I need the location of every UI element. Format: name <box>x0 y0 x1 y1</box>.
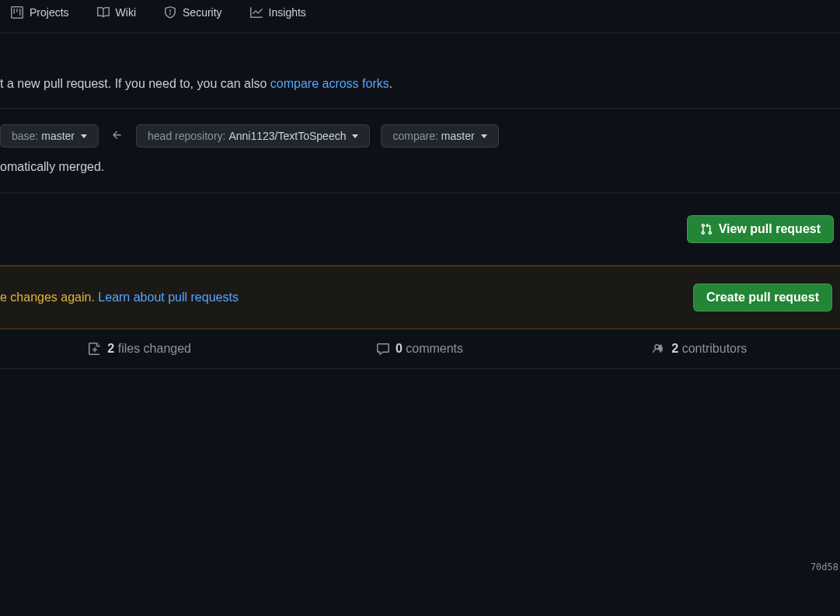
intro-prefix: t a new pull request. If you need to, yo… <box>0 77 270 90</box>
create-pr-label: Create pull request <box>706 291 819 305</box>
shield-icon <box>164 6 176 19</box>
stat-files-changed[interactable]: 2 files changed <box>0 342 280 356</box>
range-row: base: master head repository: Anni1123/T… <box>0 124 840 160</box>
repo-tabnav: Projects Wiki Security Insights <box>0 0 840 33</box>
arrow-left-icon <box>110 129 125 144</box>
graph-icon <box>250 6 263 19</box>
merge-status-text: omatically merged. <box>0 160 840 186</box>
stats-row: 2 files changed 0 comments 2 contributor… <box>0 329 840 369</box>
flash-bar: e changes again. Learn about pull reques… <box>0 266 840 329</box>
head-repo-value: Anni1123/TextToSpeech <box>228 130 346 142</box>
view-pr-row: View pull request <box>0 193 840 266</box>
stat-comments[interactable]: 0 comments <box>280 342 559 356</box>
commit-sha-short[interactable]: 70d58 <box>810 562 838 572</box>
contrib-label: contributors <box>682 342 748 355</box>
comment-icon <box>377 343 389 355</box>
stat-contributors[interactable]: 2 contributors <box>560 342 840 356</box>
comments-count: 0 <box>396 342 403 355</box>
file-diff-icon <box>89 343 101 355</box>
view-pr-label: View pull request <box>719 222 821 236</box>
base-value: master <box>41 130 75 142</box>
view-pull-request-button[interactable]: View pull request <box>687 215 834 243</box>
range-editor: base: master head repository: Anni1123/T… <box>0 109 840 193</box>
compare-label: compare: <box>392 130 437 142</box>
intro-suffix: . <box>389 77 392 90</box>
base-label: base: <box>12 130 38 142</box>
comments-label: comments <box>406 342 463 355</box>
learn-pull-requests-link[interactable]: Learn about pull requests <box>98 291 239 304</box>
head-repo-label: head repository: <box>148 130 225 142</box>
people-icon <box>653 343 665 355</box>
compare-value: master <box>441 130 475 142</box>
compare-across-forks-link[interactable]: compare across forks <box>270 77 389 90</box>
caret-down-icon <box>481 134 487 138</box>
files-count: 2 <box>107 342 114 355</box>
base-branch-select[interactable]: base: master <box>0 124 99 148</box>
book-icon <box>97 6 110 19</box>
tab-projects[interactable]: Projects <box>0 0 80 25</box>
head-repo-select[interactable]: head repository: Anni1123/TextToSpeech <box>136 124 370 148</box>
tab-security[interactable]: Security <box>153 0 233 25</box>
contrib-count: 2 <box>671 342 678 355</box>
tab-insights[interactable]: Insights <box>239 0 317 25</box>
project-icon <box>11 6 23 19</box>
tab-insights-label: Insights <box>269 6 306 19</box>
caret-down-icon <box>352 134 358 138</box>
git-pull-request-icon <box>700 223 713 235</box>
flash-text-1: e changes again. <box>0 291 98 304</box>
tab-security-label: Security <box>183 6 222 19</box>
flash-text: e changes again. Learn about pull reques… <box>0 291 239 305</box>
compare-intro: t a new pull request. If you need to, yo… <box>0 33 840 109</box>
caret-down-icon <box>81 134 87 138</box>
compare-branch-select[interactable]: compare: master <box>381 124 498 148</box>
tab-wiki-label: Wiki <box>116 6 136 19</box>
files-label: files changed <box>118 342 191 355</box>
tab-projects-label: Projects <box>30 6 69 19</box>
create-pull-request-button[interactable]: Create pull request <box>693 284 832 311</box>
tab-wiki[interactable]: Wiki <box>86 0 147 25</box>
